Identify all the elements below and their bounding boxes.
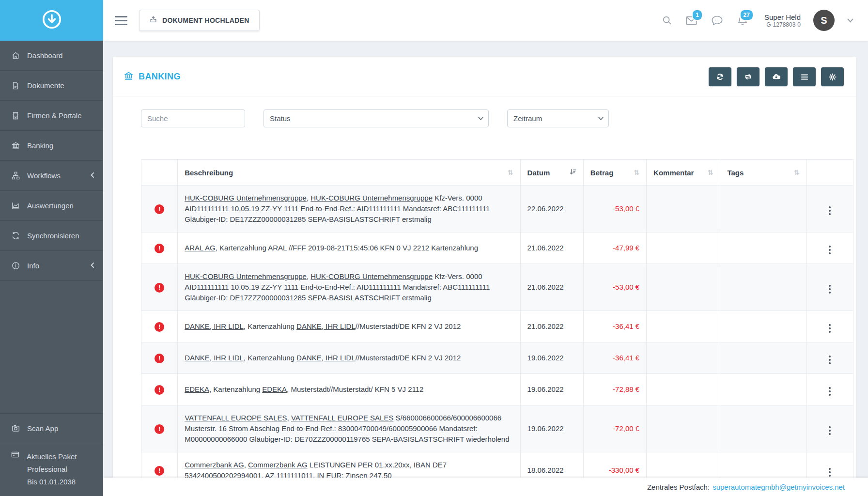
page-title-text: BANKING [139, 72, 181, 82]
zeitraum-select[interactable]: Zeitraum [507, 109, 609, 127]
sidebar-item-label: Synchronisieren [27, 232, 94, 240]
search-icon[interactable] [662, 15, 672, 26]
sidebar-item-info[interactable]: Info [0, 251, 103, 281]
topbar: DOKUMENT HOCHLADEN 1 27 Super Held G-127… [103, 0, 868, 41]
column-header-tags[interactable]: Tags⇅ [720, 160, 806, 186]
row-status-cell [141, 374, 178, 405]
sidebar-item-firmen-portale[interactable]: Firmen & Portale [0, 101, 103, 131]
description-text: , Kartenzahlung [209, 385, 262, 393]
column-header-beschreibung[interactable]: Beschreibung⇅ [178, 160, 520, 186]
row-comment-cell [647, 311, 720, 342]
info-icon [11, 261, 20, 270]
row-menu-button[interactable] [825, 466, 835, 479]
company-link[interactable]: DANKE, IHR LIDL [185, 354, 244, 362]
row-description-cell: EDEKA, Kartenzahlung EDEKA, Musterstadt/… [178, 374, 520, 405]
user-menu[interactable]: Super Held G-1278803-0 [764, 13, 801, 28]
column-header-datum[interactable]: Datum [520, 160, 583, 186]
row-menu-button[interactable] [825, 354, 835, 366]
description-text: //Musterstadt/DE KFN 2 VJ 2012 [356, 354, 461, 362]
company-link[interactable]: EDEKA [262, 385, 287, 393]
company-link[interactable]: HUK-COBURG Unternehmensgruppe [310, 194, 433, 202]
row-date-cell: 19.06.2022 [520, 405, 583, 452]
company-link[interactable]: Commerzbank AG [248, 461, 308, 469]
row-actions-cell [806, 186, 853, 232]
upload-icon [149, 16, 157, 25]
row-actions-cell [806, 232, 853, 264]
upload-button-label: DOKUMENT HOCHLADEN [162, 16, 249, 24]
row-actions-cell [806, 342, 853, 374]
row-menu-button[interactable] [825, 244, 835, 256]
sidebar-item-label: Info [27, 262, 83, 270]
row-status-cell [141, 264, 178, 311]
column-header-kommentar[interactable]: Kommentar⇅ [647, 160, 720, 186]
table-row: DANKE, IHR LIDL, Kartenzahlung DANKE, IH… [141, 311, 853, 342]
sidebar-item-workflows[interactable]: Workflows [0, 161, 103, 191]
company-link[interactable]: DANKE, IHR LIDL [185, 322, 244, 330]
alert-icon [155, 424, 164, 434]
chevron-down-icon[interactable] [847, 18, 853, 23]
column-header-betrag[interactable]: Betrag⇅ [583, 160, 646, 186]
row-comment-cell [647, 186, 720, 232]
company-link[interactable]: DANKE, IHR LIDL [296, 354, 356, 362]
sort-desc-active-icon [569, 168, 576, 177]
company-link[interactable]: DANKE, IHR LIDL [296, 322, 356, 330]
sidebar-spacer [0, 281, 103, 413]
company-link[interactable]: HUK-COBURG Unternehmensgruppe [185, 194, 307, 202]
mail-badge: 1 [692, 9, 703, 21]
row-menu-button[interactable] [825, 204, 835, 217]
table-row: HUK-COBURG Unternehmensgruppe, HUK-COBUR… [141, 264, 853, 311]
row-menu-button[interactable] [825, 424, 835, 437]
menu-toggle-button[interactable] [115, 16, 127, 25]
sidebar-item-dokumente[interactable]: Dokumente [0, 71, 103, 101]
company-link[interactable]: HUK-COBURG Unternehmensgruppe [310, 272, 433, 280]
row-description-cell: DANKE, IHR LIDL, Kartenzahlung DANKE, IH… [178, 311, 520, 342]
document-icon [11, 81, 20, 90]
company-link[interactable]: HUK-COBURG Unternehmensgruppe [185, 272, 307, 280]
avatar[interactable]: S [813, 10, 835, 31]
content-area: BANKING [103, 41, 868, 496]
workflow-icon [11, 171, 20, 180]
row-description-cell: HUK-COBURG Unternehmensgruppe, HUK-COBUR… [178, 186, 520, 232]
sidebar-item-synchronisieren[interactable]: Synchronisieren [0, 221, 103, 251]
row-comment-cell [647, 405, 720, 452]
table-header-row: Beschreibung⇅ Datum Betrag⇅ [141, 160, 853, 186]
central-mailbox-email-link[interactable]: superautomategmbh@getmyinvoices.net [713, 483, 845, 491]
repeat-button[interactable] [737, 67, 760, 86]
app-logo[interactable] [0, 0, 103, 41]
row-date-cell: 19.06.2022 [520, 374, 583, 405]
home-icon [11, 51, 20, 60]
refresh-button[interactable] [709, 67, 731, 86]
settings-gear-button[interactable] [821, 67, 844, 86]
row-menu-button[interactable] [825, 385, 835, 398]
chat-icon[interactable] [711, 14, 724, 27]
company-link[interactable]: VATTENFALL EUROPE SALES [291, 414, 393, 422]
upload-document-button[interactable]: DOKUMENT HOCHLADEN [139, 10, 260, 31]
table-row: HUK-COBURG Unternehmensgruppe, HUK-COBUR… [141, 186, 853, 232]
row-menu-button[interactable] [825, 322, 835, 335]
status-column-header [141, 160, 178, 186]
cloud-download-button[interactable] [765, 67, 788, 86]
sidebar-item-auswertungen[interactable]: Auswertungen [0, 191, 103, 221]
search-input[interactable] [141, 109, 245, 127]
row-menu-button[interactable] [825, 283, 835, 295]
bell-icon[interactable]: 27 [736, 14, 749, 27]
list-view-button[interactable] [793, 67, 816, 86]
bank-icon [124, 71, 134, 83]
status-select[interactable]: Status [264, 109, 489, 127]
company-link[interactable]: Commerzbank AG [185, 461, 244, 469]
sidebar-item-scan-app[interactable]: Scan App [0, 413, 103, 443]
row-description-cell: HUK-COBURG Unternehmensgruppe, HUK-COBUR… [178, 264, 520, 311]
mail-icon[interactable]: 1 [685, 14, 698, 27]
sort-icon: ⇅ [794, 169, 800, 176]
company-link[interactable]: ARAL AG [185, 244, 216, 252]
actions-column-header [806, 160, 853, 186]
description-text: //Musterstadt/DE KFN 2 VJ 2012 [356, 322, 461, 330]
company-link[interactable]: VATTENFALL EUROPE SALES [185, 414, 287, 422]
company-link[interactable]: EDEKA [185, 385, 209, 393]
download-circle-logo-icon [40, 8, 63, 33]
sidebar-item-dashboard[interactable]: Dashboard [0, 41, 103, 71]
description-text: , [307, 194, 310, 202]
row-amount-cell: -36,41 € [583, 311, 646, 342]
sidebar-item-banking[interactable]: Banking [0, 131, 103, 161]
row-status-cell [141, 311, 178, 342]
